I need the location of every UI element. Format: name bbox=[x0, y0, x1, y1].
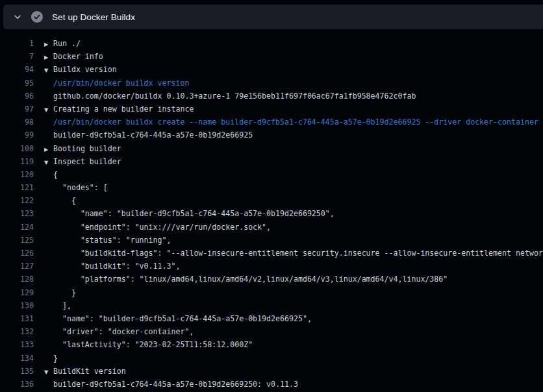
log-output-text: "nodes": [ bbox=[34, 181, 108, 194]
log-line-number[interactable]: 122 bbox=[0, 194, 34, 207]
log-line: 135▼BuildKit version bbox=[0, 365, 543, 378]
log-output-text: "name": "builder-d9cfb5a1-c764-445a-a57e… bbox=[34, 207, 335, 220]
triangle-right-icon: ▶ bbox=[44, 143, 53, 155]
log-group-header[interactable]: ▼Buildx version bbox=[34, 63, 117, 76]
log-output-text: "lastActivity": "2023-02-25T11:58:12.000… bbox=[34, 338, 253, 351]
log-output-text: ], bbox=[34, 299, 71, 312]
log-line: 136builder-d9cfb5a1-c764-445a-a57e-0b19d… bbox=[0, 378, 543, 391]
log-line-number[interactable]: 124 bbox=[0, 221, 34, 234]
log-line-number[interactable]: 120 bbox=[0, 168, 34, 181]
log-line-number[interactable]: 96 bbox=[0, 90, 34, 103]
log-line: 128 "platforms": "linux/amd64,linux/amd6… bbox=[0, 273, 543, 286]
log-line-number[interactable]: 7 bbox=[0, 50, 34, 63]
log-line-number[interactable]: 100 bbox=[0, 142, 34, 155]
log-line-number[interactable]: 121 bbox=[0, 181, 34, 194]
log-line-number[interactable]: 125 bbox=[0, 234, 34, 247]
log-line-number[interactable]: 136 bbox=[0, 378, 34, 391]
log-line: 99builder-d9cfb5a1-c764-445a-a57e-0b19d2… bbox=[0, 129, 543, 141]
log-line: 125 "status": "running", bbox=[0, 234, 543, 247]
log-line: 133 "lastActivity": "2023-02-25T11:58:12… bbox=[0, 338, 543, 351]
log-line-number[interactable]: 94 bbox=[0, 63, 34, 76]
log-line-number[interactable]: 97 bbox=[0, 103, 34, 116]
log-line-number[interactable]: 128 bbox=[0, 273, 34, 286]
log-line: 124 "endpoint": "unix:///var/run/docker.… bbox=[0, 221, 543, 234]
triangle-down-icon: ▼ bbox=[44, 156, 53, 168]
triangle-right-icon: ▶ bbox=[44, 38, 53, 50]
log-line-number[interactable]: 130 bbox=[0, 299, 34, 312]
log-line-number[interactable]: 132 bbox=[0, 325, 34, 338]
log-line: 95/usr/bin/docker buildx version bbox=[0, 77, 543, 90]
log-output-text: "name": "builder-d9cfb5a1-c764-445a-a57e… bbox=[34, 312, 312, 325]
chevron-down-icon bbox=[13, 12, 22, 21]
log-output-text: } bbox=[34, 352, 58, 365]
log-output-text: { bbox=[34, 194, 76, 207]
log-line: 98/usr/bin/docker buildx create --name b… bbox=[0, 116, 543, 129]
log-line-number[interactable]: 126 bbox=[0, 247, 34, 260]
log-line: 131 "name": "builder-d9cfb5a1-c764-445a-… bbox=[0, 312, 543, 325]
log-output-text: github.com/docker/buildx 0.10.3+azure-1 … bbox=[34, 90, 416, 103]
log-line: 7▶Docker info bbox=[0, 50, 543, 63]
log-line-number[interactable]: 127 bbox=[0, 260, 34, 273]
log-line-number[interactable]: 123 bbox=[0, 207, 34, 220]
log-output-text: builder-d9cfb5a1-c764-445a-a57e-0b19d2e6… bbox=[34, 378, 298, 391]
triangle-down-icon: ▼ bbox=[44, 366, 53, 378]
log-group-header[interactable]: ▼BuildKit version bbox=[34, 365, 126, 378]
log-line: 134} bbox=[0, 352, 543, 365]
log-line-number[interactable]: 135 bbox=[0, 365, 34, 378]
log-line-number[interactable]: 133 bbox=[0, 338, 34, 351]
log-line: 129 } bbox=[0, 286, 543, 299]
log-output-text: builder-d9cfb5a1-c764-445a-a57e-0b19d2e6… bbox=[34, 129, 253, 141]
log-output-text: "platforms": "linux/amd64,linux/amd64/v2… bbox=[34, 273, 448, 286]
log-line: 127 "buildkit": "v0.11.3", bbox=[0, 260, 543, 273]
log-line-number[interactable]: 99 bbox=[0, 129, 34, 141]
log-output-text: "status": "running", bbox=[34, 234, 171, 247]
log-line: 100▶Booting builder bbox=[0, 142, 543, 155]
log-line-number[interactable]: 134 bbox=[0, 352, 34, 365]
check-circle-icon bbox=[31, 11, 43, 23]
log-line: 121 "nodes": [ bbox=[0, 181, 543, 194]
log-group-header[interactable]: ▼Creating a new builder instance bbox=[34, 103, 194, 116]
log-command-text: /usr/bin/docker buildx version bbox=[34, 77, 189, 90]
log-group-header[interactable]: ▶Booting builder bbox=[34, 142, 121, 155]
log-output-text: "driver": "docker-container", bbox=[34, 325, 194, 338]
triangle-down-icon: ▼ bbox=[44, 64, 53, 76]
log-output-text: "buildkitd-flags": "--allow-insecure-ent… bbox=[34, 247, 543, 260]
log-line-number[interactable]: 95 bbox=[0, 77, 34, 90]
log-line: 132 "driver": "docker-container", bbox=[0, 325, 543, 338]
log-line: 126 "buildkitd-flags": "--allow-insecure… bbox=[0, 247, 543, 260]
log-line: 1▶Run ./ bbox=[0, 37, 543, 50]
log-group-header[interactable]: ▶Run ./ bbox=[34, 37, 81, 50]
log-output-text: } bbox=[34, 286, 76, 299]
log-line-number[interactable]: 119 bbox=[0, 155, 34, 168]
log-line: 130 ], bbox=[0, 299, 543, 312]
triangle-right-icon: ▶ bbox=[44, 51, 53, 63]
log-line: 94▼Buildx version bbox=[0, 63, 543, 76]
log-output-text: "buildkit": "v0.11.3", bbox=[34, 260, 180, 273]
collapse-step-button[interactable] bbox=[8, 7, 27, 27]
log-line: 122 { bbox=[0, 194, 543, 207]
log-line-number[interactable]: 131 bbox=[0, 312, 34, 325]
log-line: 96github.com/docker/buildx 0.10.3+azure-… bbox=[0, 90, 543, 103]
triangle-down-icon: ▼ bbox=[44, 104, 53, 116]
log-group-header[interactable]: ▶Docker info bbox=[34, 50, 103, 63]
log-output-area: 1▶Run ./7▶Docker info94▼Buildx version95… bbox=[0, 37, 543, 392]
log-output-text: { bbox=[34, 168, 58, 181]
log-line: 123 "name": "builder-d9cfb5a1-c764-445a-… bbox=[0, 207, 543, 220]
log-command-text: /usr/bin/docker buildx create --name bui… bbox=[34, 116, 538, 129]
log-line: 119▼Inspect builder bbox=[0, 155, 543, 168]
step-header[interactable]: Set up Docker Buildx bbox=[3, 5, 543, 29]
log-output-text: "endpoint": "unix:///var/run/docker.sock… bbox=[34, 221, 271, 234]
log-line: 97▼Creating a new builder instance bbox=[0, 103, 543, 116]
log-line-number[interactable]: 129 bbox=[0, 286, 34, 299]
log-line-number[interactable]: 1 bbox=[0, 37, 34, 50]
log-line: 120{ bbox=[0, 168, 543, 181]
log-group-header[interactable]: ▼Inspect builder bbox=[34, 155, 121, 168]
log-line-number[interactable]: 98 bbox=[0, 116, 34, 129]
step-title: Set up Docker Buildx bbox=[52, 12, 135, 22]
